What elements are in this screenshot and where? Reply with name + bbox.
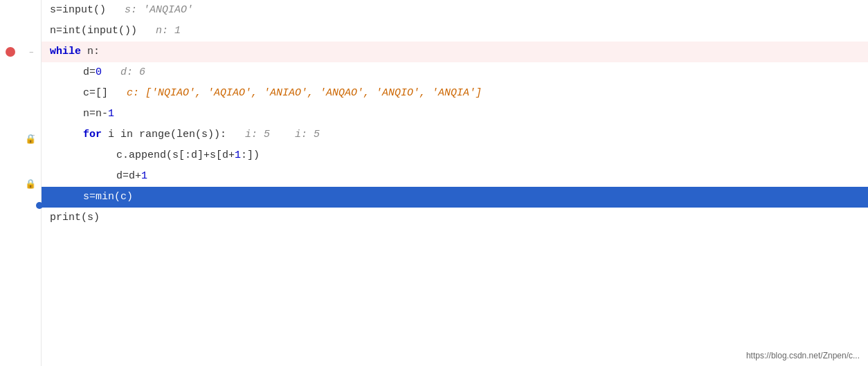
code-line-11: print(s) (42, 208, 868, 228)
code-text: d=d+1 (116, 166, 147, 187)
code-text: c=[] (83, 83, 108, 104)
debug-value-2: n: 1 (137, 21, 181, 42)
breakpoint-dot[interactable] (6, 47, 15, 57)
code-line-8: c.append(s[:d]+s[d+1:]) (42, 145, 868, 166)
code-text: n=int(input()) (50, 21, 137, 42)
fold-while-icon[interactable]: − (29, 48, 34, 57)
code-text: while n: (50, 42, 100, 62)
gutter-lock-icon: 🔒 (25, 179, 36, 190)
debug-value-5: c: ['NQIAO', 'AQIAO', 'ANIAO', 'ANQAO', … (108, 83, 482, 104)
url-bar: https://blog.csdn.net/Znpen/c... (746, 351, 860, 360)
code-line-5: c=[] c: ['NQIAO', 'AQIAO', 'ANIAO', 'ANQ… (42, 83, 868, 104)
code-text: s=min(c) (83, 187, 133, 208)
code-text: for i in range(len(s)): (83, 125, 226, 145)
code-lines: s=input() s: 'ANQIAO' n=int(input()) n: … (42, 0, 868, 228)
code-line-6: n=n-1 (42, 104, 868, 125)
debug-value-1: s: 'ANQIAO' (106, 0, 193, 21)
code-line-7: for i in range(len(s)): i: 5 i: 5 (42, 125, 868, 145)
gutter: − − 🔒 🔒 (0, 0, 42, 366)
code-text: c.append(s[:d]+s[d+1:]) (116, 145, 260, 166)
code-line-3: while n: (42, 42, 868, 62)
editor-container: − − 🔒 🔒 s=input() s: 'ANQIAO' n=int(inpu… (0, 0, 868, 366)
gutter-shield-icon: 🔒 (25, 134, 36, 145)
debug-value-7: i: 5 i: 5 (226, 125, 320, 145)
code-text: n=n-1 (83, 104, 114, 125)
debug-value-4: d: 6 (102, 62, 145, 83)
code-text: print(s) (50, 208, 100, 228)
code-line-2: n=int(input()) n: 1 (42, 21, 868, 42)
url-text: https://blog.csdn.net/Znpen/c... (746, 351, 860, 360)
code-area: s=input() s: 'ANQIAO' n=int(input()) n: … (42, 0, 868, 366)
code-text: d=0 (83, 62, 102, 83)
code-line-1: s=input() s: 'ANQIAO' (42, 0, 868, 21)
code-line-10: s=min(c) (42, 187, 868, 208)
code-line-4: d=0 d: 6 (42, 62, 868, 83)
code-line-9: d=d+1 (42, 166, 868, 187)
code-text: s=input() (50, 0, 106, 21)
